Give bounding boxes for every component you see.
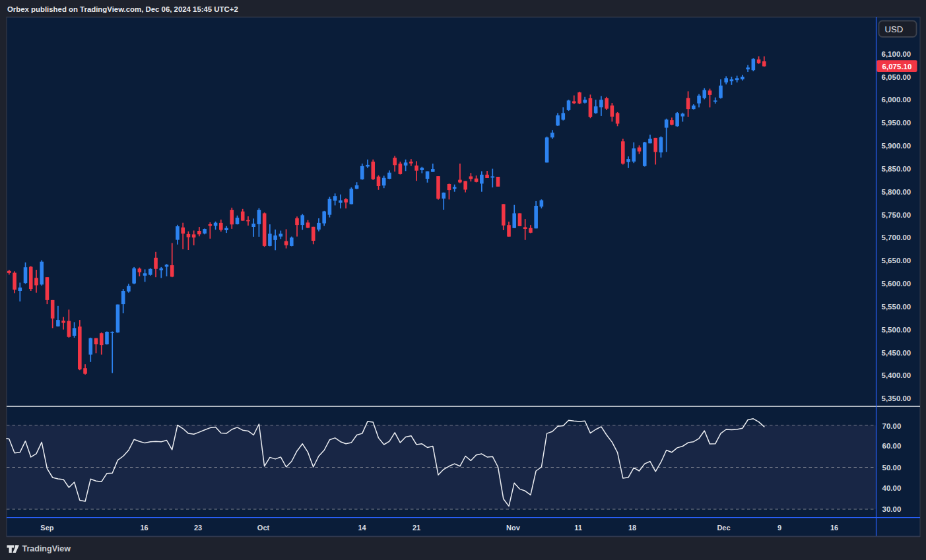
svg-text:70.00: 70.00 — [882, 422, 902, 430]
svg-text:14: 14 — [358, 524, 366, 532]
svg-text:5,750.00: 5,750.00 — [882, 211, 911, 219]
svg-text:Sep: Sep — [40, 524, 53, 532]
svg-text:50.00: 50.00 — [882, 464, 902, 472]
svg-text:6,075.10: 6,075.10 — [882, 63, 912, 71]
svg-text:40.00: 40.00 — [882, 484, 902, 492]
svg-text:23: 23 — [194, 524, 202, 532]
svg-text:5,650.00: 5,650.00 — [882, 257, 911, 264]
svg-text:5,500.00: 5,500.00 — [882, 326, 911, 334]
svg-text:5,400.00: 5,400.00 — [882, 371, 911, 379]
svg-text:6,100.00: 6,100.00 — [882, 50, 911, 58]
svg-text:Dec: Dec — [717, 524, 730, 532]
svg-text:30.00: 30.00 — [882, 505, 902, 513]
svg-text:6,000.00: 6,000.00 — [882, 96, 911, 104]
svg-text:9: 9 — [777, 524, 781, 532]
svg-text:5,700.00: 5,700.00 — [882, 233, 911, 241]
svg-text:16: 16 — [830, 524, 838, 532]
svg-text:16: 16 — [140, 524, 148, 532]
svg-text:USD: USD — [885, 24, 904, 34]
svg-text:Orbex published on TradingView: Orbex published on TradingView.com, Dec … — [7, 5, 238, 13]
svg-text:5,350.00: 5,350.00 — [882, 394, 911, 402]
svg-text:5,950.00: 5,950.00 — [882, 119, 911, 127]
svg-text:Oct: Oct — [257, 524, 270, 532]
svg-text:21: 21 — [413, 524, 420, 532]
svg-text:5,800.00: 5,800.00 — [882, 188, 911, 196]
svg-text:5,850.00: 5,850.00 — [882, 165, 911, 173]
svg-text:60.00: 60.00 — [882, 442, 902, 450]
svg-text:6,050.00: 6,050.00 — [882, 73, 911, 81]
svg-text:5,550.00: 5,550.00 — [882, 303, 911, 311]
svg-text:5,900.00: 5,900.00 — [882, 142, 911, 150]
svg-text:TradingView: TradingView — [22, 544, 71, 553]
svg-text:11: 11 — [574, 524, 582, 532]
svg-text:5,450.00: 5,450.00 — [882, 349, 911, 357]
svg-text:5,600.00: 5,600.00 — [882, 280, 911, 288]
svg-text:18: 18 — [628, 524, 636, 532]
svg-text:Nov: Nov — [506, 524, 521, 532]
